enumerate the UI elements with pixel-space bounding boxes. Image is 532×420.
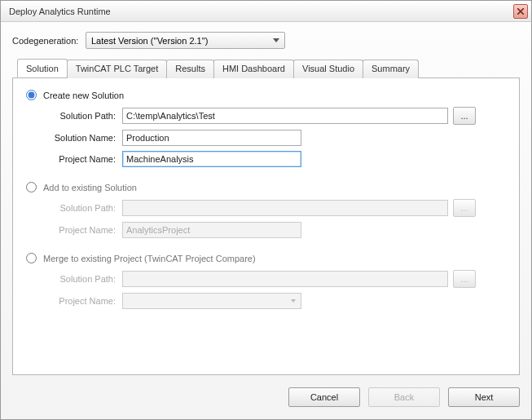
back-button: Back <box>368 387 440 407</box>
add-project-name-label: Project Name: <box>47 225 122 235</box>
option-merge-head[interactable]: Merge to existing Project (TwinCAT Proje… <box>26 253 506 263</box>
tab-summary[interactable]: Summary <box>363 60 419 78</box>
add-solution-path-input <box>122 200 448 216</box>
chevron-down-icon <box>291 299 296 303</box>
create-solution-path-label: Solution Path: <box>47 111 122 121</box>
merge-solution-path-input <box>122 271 448 287</box>
tab-results[interactable]: Results <box>166 60 214 78</box>
codegen-row: Codegeneration: Latest Version (''Versio… <box>12 32 520 49</box>
close-button[interactable] <box>513 4 528 19</box>
tab-plc-target[interactable]: TwinCAT PLC Target <box>67 60 168 78</box>
close-icon <box>517 8 524 15</box>
radio-add[interactable] <box>26 182 37 192</box>
option-merge-label: Merge to existing Project (TwinCAT Proje… <box>43 254 256 263</box>
codegen-selected-text: Latest Version (''Version 2.1'') <box>91 36 209 46</box>
create-project-name-row: Project Name: <box>47 151 506 167</box>
merge-project-name-row: Project Name: <box>47 293 506 309</box>
footer: Cancel Back Next <box>1 383 531 419</box>
tab-visual-studio[interactable]: Visual Studio <box>293 60 363 78</box>
window-title: Deploy Analytics Runtime <box>9 7 513 16</box>
create-project-name-label: Project Name: <box>47 154 122 164</box>
option-add-group: Add to existing Solution Solution Path: … <box>26 182 506 238</box>
radio-merge[interactable] <box>26 253 37 263</box>
browse-button-add: ... <box>453 199 476 217</box>
next-button[interactable]: Next <box>448 387 520 407</box>
option-add-head[interactable]: Add to existing Solution <box>26 182 506 192</box>
merge-project-name-select <box>122 293 301 309</box>
titlebar: Deploy Analytics Runtime <box>1 1 531 22</box>
create-solution-name-row: Solution Name: <box>47 130 506 146</box>
merge-solution-path-row: Solution Path: ... <box>47 270 506 288</box>
add-project-name-input <box>122 222 301 238</box>
option-add-label: Add to existing Solution <box>43 183 137 192</box>
window-frame: Deploy Analytics Runtime Codegeneration:… <box>0 0 532 420</box>
browse-button-create[interactable]: ... <box>453 107 476 125</box>
create-solution-name-label: Solution Name: <box>47 133 122 143</box>
option-create-head[interactable]: Create new Solution <box>26 90 506 100</box>
cancel-button[interactable]: Cancel <box>288 387 360 407</box>
option-create-label: Create new Solution <box>43 91 124 100</box>
option-create-group: Create new Solution Solution Path: ... S… <box>26 90 506 167</box>
create-solution-path-row: Solution Path: ... <box>47 107 506 125</box>
chevron-down-icon <box>273 38 279 42</box>
tab-hmi-dashboard[interactable]: HMI Dashboard <box>213 60 294 78</box>
create-project-name-input[interactable] <box>122 151 301 167</box>
merge-project-name-label: Project Name: <box>47 296 122 306</box>
radio-create[interactable] <box>26 90 37 100</box>
tabstrip: Solution TwinCAT PLC Target Results HMI … <box>12 59 520 78</box>
dialog-body: Codegeneration: Latest Version (''Versio… <box>1 22 531 383</box>
codegen-select[interactable]: Latest Version (''Version 2.1'') <box>86 32 285 49</box>
browse-button-merge: ... <box>453 270 476 288</box>
option-merge-group: Merge to existing Project (TwinCAT Proje… <box>26 253 506 309</box>
add-solution-path-row: Solution Path: ... <box>47 199 506 217</box>
create-solution-name-input[interactable] <box>122 130 301 146</box>
tab-solution[interactable]: Solution <box>17 59 68 77</box>
add-project-name-row: Project Name: <box>47 222 506 238</box>
tab-panel-solution: Create new Solution Solution Path: ... S… <box>12 78 520 375</box>
add-solution-path-label: Solution Path: <box>47 203 122 213</box>
codegen-label: Codegeneration: <box>12 36 86 46</box>
create-solution-path-input[interactable] <box>122 108 448 124</box>
merge-solution-path-label: Solution Path: <box>47 274 122 284</box>
